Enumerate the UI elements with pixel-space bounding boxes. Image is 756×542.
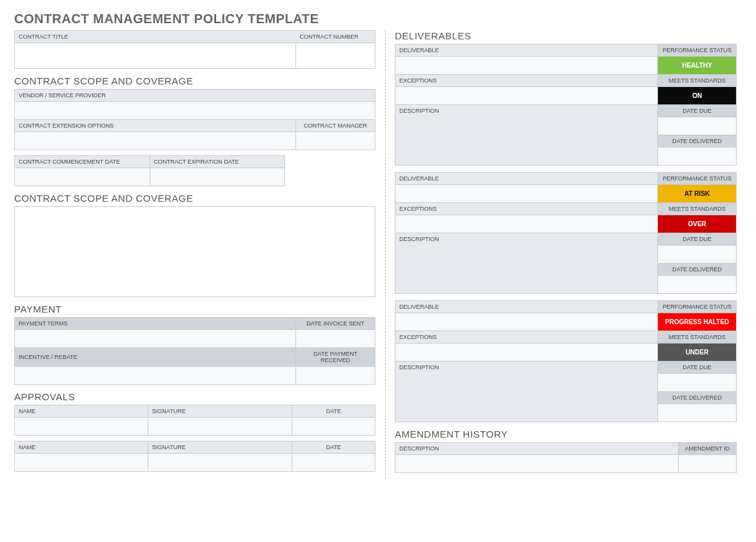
perf-status-label: PERFORMANCE STATUS: [658, 173, 737, 185]
contract-number-input[interactable]: [296, 43, 375, 69]
status-halted[interactable]: PROGRESS HALTED: [658, 313, 737, 331]
page-title: CONTRACT MANAGEMENT POLICY TEMPLATE: [14, 12, 742, 26]
contract-number-label: CONTRACT NUMBER: [296, 31, 375, 43]
perf-status-label: PERFORMANCE STATUS: [658, 301, 737, 313]
date-delivered1-input[interactable]: [658, 148, 737, 166]
scope2-input[interactable]: [15, 207, 375, 297]
date-delivered3-input[interactable]: [658, 404, 737, 422]
manager-label: CONTRACT MANAGER: [296, 120, 375, 132]
incentive-input[interactable]: [15, 367, 296, 385]
scope2-table: [14, 206, 375, 297]
standards-under[interactable]: UNDER: [658, 344, 737, 362]
vendor-label: VENDOR / SERVICE PROVIDER: [15, 90, 375, 102]
approvals-heading: APPROVALS: [14, 391, 375, 402]
terms-label: PAYMENT TERMS: [15, 318, 296, 330]
date-delivered2-input[interactable]: [658, 276, 737, 294]
date-due3-input[interactable]: [658, 374, 737, 392]
exceptions2-input[interactable]: [395, 215, 658, 233]
approval2-name-label: NAME: [15, 441, 148, 454]
dates-table: CONTRACT COMMENCEMENT DATE CONTRACT EXPI…: [14, 155, 285, 186]
date-delivered-label: DATE DELIVERED: [658, 392, 737, 404]
date-delivered-label: DATE DELIVERED: [658, 135, 737, 148]
date-due-label: DATE DUE: [658, 105, 737, 117]
amend-desc-label: DESCRIPTION: [395, 443, 679, 455]
scope-heading: CONTRACT SCOPE AND COVERAGE: [14, 75, 375, 86]
amend-id-input[interactable]: [679, 455, 737, 473]
deliverable-label: DELIVERABLE: [395, 44, 658, 57]
approval1-name-label: NAME: [15, 405, 148, 418]
approval1-signature-input[interactable]: [148, 418, 292, 436]
deliverables-heading: DELIVERABLES: [395, 30, 737, 41]
expire-input[interactable]: [150, 168, 285, 186]
date-delivered-label: DATE DELIVERED: [658, 264, 737, 276]
contract-header-table: CONTRACT TITLE CONTRACT NUMBER: [14, 30, 375, 69]
standards-on[interactable]: ON: [658, 87, 737, 105]
description-label: DESCRIPTION: [395, 362, 658, 422]
invoice-label: DATE INVOICE SENT: [296, 318, 375, 330]
contract-title-input[interactable]: [15, 43, 296, 69]
meets-label: MEETS STANDARDS: [658, 331, 737, 344]
approval2-signature-input[interactable]: [148, 454, 292, 472]
exceptions-label: EXCEPTIONS: [395, 331, 658, 344]
received-label: DATE PAYMENT RECEIVED: [296, 348, 375, 367]
deliverable2-input[interactable]: [395, 185, 658, 203]
description-label: DESCRIPTION: [395, 105, 658, 166]
amendment-heading: AMENDMENT HISTORY: [395, 429, 737, 440]
contract-title-label: CONTRACT TITLE: [15, 31, 296, 43]
amend-id-label: AMENDMENT ID: [679, 443, 737, 455]
date-due-label: DATE DUE: [658, 233, 737, 246]
approval2-date-input[interactable]: [292, 454, 375, 472]
description-label: DESCRIPTION: [395, 233, 658, 294]
approval1-date-label: DATE: [292, 405, 375, 418]
status-healthy[interactable]: HEALTHY: [658, 57, 737, 75]
exceptions3-input[interactable]: [395, 344, 658, 362]
scope-table: VENDOR / SERVICE PROVIDER CONTRACT EXTEN…: [14, 89, 375, 150]
date-due1-input[interactable]: [658, 117, 737, 135]
amendment-table: DESCRIPTION AMENDMENT ID: [395, 442, 737, 473]
approval1-date-input[interactable]: [292, 418, 375, 436]
deliverable-label: DELIVERABLE: [395, 173, 658, 185]
meets-label: MEETS STANDARDS: [658, 203, 737, 215]
vendor-input[interactable]: [15, 102, 375, 120]
ext-options-input[interactable]: [15, 132, 296, 150]
terms-input[interactable]: [15, 330, 296, 348]
standards-over[interactable]: OVER: [658, 215, 737, 233]
approval-table-2: NAME SIGNATURE DATE: [14, 441, 375, 472]
deliverable3-input[interactable]: [395, 313, 658, 331]
exceptions-label: EXCEPTIONS: [395, 203, 658, 215]
expire-label: CONTRACT EXPIRATION DATE: [150, 156, 285, 168]
deliverable-block-1: DELIVERABLE PERFORMANCE STATUS HEALTHY E…: [395, 44, 737, 166]
exceptions1-input[interactable]: [395, 87, 658, 105]
deliverable-label: DELIVERABLE: [395, 301, 658, 313]
perf-status-label: PERFORMANCE STATUS: [658, 44, 737, 57]
ext-options-label: CONTRACT EXTENSION OPTIONS: [15, 120, 296, 132]
amend-desc-input[interactable]: [395, 455, 679, 473]
incentive-label: INCENTIVE / REBATE: [15, 348, 296, 367]
received-input[interactable]: [296, 367, 375, 385]
approval1-signature-label: SIGNATURE: [148, 405, 292, 418]
status-atrisk[interactable]: AT RISK: [658, 185, 737, 203]
scope2-heading: CONTRACT SCOPE AND COVERAGE: [14, 193, 375, 204]
exceptions-label: EXCEPTIONS: [395, 75, 658, 87]
payment-heading: PAYMENT: [14, 304, 375, 315]
commence-input[interactable]: [15, 168, 150, 186]
deliverable1-input[interactable]: [395, 57, 658, 75]
approval2-signature-label: SIGNATURE: [148, 441, 292, 454]
invoice-input[interactable]: [296, 330, 375, 348]
approval2-name-input[interactable]: [15, 454, 148, 472]
manager-input[interactable]: [296, 132, 375, 150]
payment-table: PAYMENT TERMS DATE INVOICE SENT INCENTIV…: [14, 317, 375, 385]
approval2-date-label: DATE: [292, 441, 375, 454]
deliverable-block-2: DELIVERABLE PERFORMANCE STATUS AT RISK E…: [395, 172, 737, 294]
deliverable-block-3: DELIVERABLE PERFORMANCE STATUS PROGRESS …: [395, 300, 737, 422]
approval1-name-input[interactable]: [15, 418, 148, 436]
date-due-label: DATE DUE: [658, 362, 737, 374]
meets-label: MEETS STANDARDS: [658, 75, 737, 87]
commence-label: CONTRACT COMMENCEMENT DATE: [15, 156, 150, 168]
date-due2-input[interactable]: [658, 246, 737, 264]
approval-table-1: NAME SIGNATURE DATE: [14, 405, 375, 436]
